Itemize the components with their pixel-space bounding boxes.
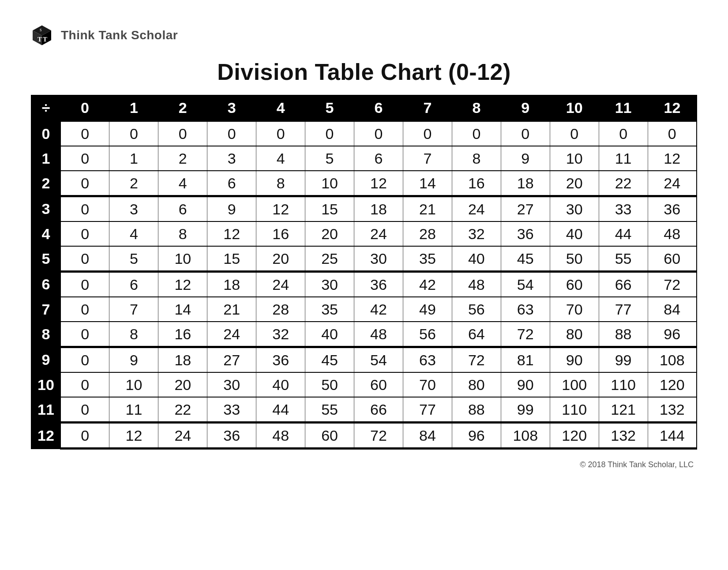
table-cell: 77 (599, 297, 648, 322)
table-cell: 20 (256, 246, 305, 272)
table-cell: 63 (403, 347, 452, 373)
table-cell: 70 (550, 297, 599, 322)
table-cell: 0 (60, 423, 109, 449)
table-cell: 15 (207, 246, 256, 272)
table-cell: 7 (403, 146, 452, 171)
table-cell: 0 (207, 121, 256, 146)
table-cell: 36 (501, 221, 550, 246)
table-cell: 36 (256, 347, 305, 373)
corner-cell: ÷ (31, 95, 60, 121)
table-cell: 4 (256, 146, 305, 171)
table-cell: 132 (648, 397, 697, 423)
table-cell: 14 (158, 297, 207, 322)
table-cell: 22 (599, 171, 648, 196)
table-cell: 1 (109, 146, 158, 171)
table-cell: 80 (452, 372, 501, 397)
brand-name: Think Tank Scholar (61, 28, 178, 42)
table-cell: 60 (550, 272, 599, 297)
table-cell: 66 (599, 272, 648, 297)
table-cell: 56 (403, 322, 452, 347)
table-cell: 8 (256, 171, 305, 196)
table-cell: 132 (599, 423, 648, 449)
table-cell: 18 (158, 347, 207, 373)
col-header: 12 (648, 95, 697, 121)
table-cell: 0 (599, 121, 648, 146)
table-cell: 90 (550, 347, 599, 373)
table-cell: 64 (452, 322, 501, 347)
table-cell: 8 (109, 322, 158, 347)
table-cell: 4 (158, 171, 207, 196)
table-cell: 24 (354, 221, 403, 246)
table-cell: 5 (109, 246, 158, 272)
table-cell: 18 (354, 196, 403, 222)
row-header: 4 (31, 221, 60, 246)
table-cell: 0 (501, 121, 550, 146)
table-cell: 10 (109, 372, 158, 397)
table-cell: 24 (256, 272, 305, 297)
table-cell: 40 (452, 246, 501, 272)
table-cell: 48 (256, 423, 305, 449)
table-cell: 99 (501, 397, 550, 423)
table-cell: 30 (550, 196, 599, 222)
col-header: 5 (305, 95, 354, 121)
table-cell: 42 (403, 272, 452, 297)
table-cell: 40 (256, 372, 305, 397)
table-cell: 60 (648, 246, 697, 272)
table-row: 6061218243036424854606672 (31, 272, 697, 297)
table-cell: 28 (256, 297, 305, 322)
table-row: 8081624324048566472808896 (31, 322, 697, 347)
table-cell: 0 (354, 121, 403, 146)
table-cell: 54 (501, 272, 550, 297)
table-row: 00000000000000 (31, 121, 697, 146)
table-cell: 25 (305, 246, 354, 272)
table-cell: 44 (599, 221, 648, 246)
table-row: 30369121518212427303336 (31, 196, 697, 222)
col-header: 0 (60, 95, 109, 121)
table-cell: 16 (452, 171, 501, 196)
table-cell: 35 (403, 246, 452, 272)
table-cell: 0 (60, 347, 109, 373)
table-cell: 72 (354, 423, 403, 449)
table-cell: 30 (305, 272, 354, 297)
table-cell: 12 (207, 221, 256, 246)
brand-logo-icon: T T S (31, 24, 53, 46)
table-cell: 20 (305, 221, 354, 246)
col-header: 7 (403, 95, 452, 121)
table-cell: 108 (501, 423, 550, 449)
table-cell: 16 (158, 322, 207, 347)
table-cell: 70 (403, 372, 452, 397)
table-cell: 10 (158, 246, 207, 272)
table-cell: 33 (599, 196, 648, 222)
table-cell: 0 (60, 246, 109, 272)
table-row: 1201224364860728496108120132144 (31, 423, 697, 449)
table-cell: 6 (109, 272, 158, 297)
table-cell: 120 (648, 372, 697, 397)
table-cell: 12 (256, 196, 305, 222)
col-header: 9 (501, 95, 550, 121)
row-header: 10 (31, 372, 60, 397)
table-cell: 12 (109, 423, 158, 449)
table-cell: 3 (207, 146, 256, 171)
table-cell: 84 (648, 297, 697, 322)
table-cell: 120 (550, 423, 599, 449)
row-header: 8 (31, 322, 60, 347)
table-cell: 0 (60, 297, 109, 322)
table-cell: 72 (648, 272, 697, 297)
table-cell: 3 (109, 196, 158, 222)
table-cell: 90 (501, 372, 550, 397)
table-cell: 0 (403, 121, 452, 146)
table-cell: 24 (158, 423, 207, 449)
table-row: 110112233445566778899110121132 (31, 397, 697, 423)
table-cell: 33 (207, 397, 256, 423)
table-cell: 36 (354, 272, 403, 297)
row-header: 0 (31, 121, 60, 146)
table-cell: 72 (501, 322, 550, 347)
table-cell: 0 (60, 171, 109, 196)
table-cell: 5 (305, 146, 354, 171)
table-cell: 72 (452, 347, 501, 373)
table-cell: 18 (207, 272, 256, 297)
table-cell: 44 (256, 397, 305, 423)
col-header: 2 (158, 95, 207, 121)
table-cell: 48 (354, 322, 403, 347)
table-cell: 28 (403, 221, 452, 246)
